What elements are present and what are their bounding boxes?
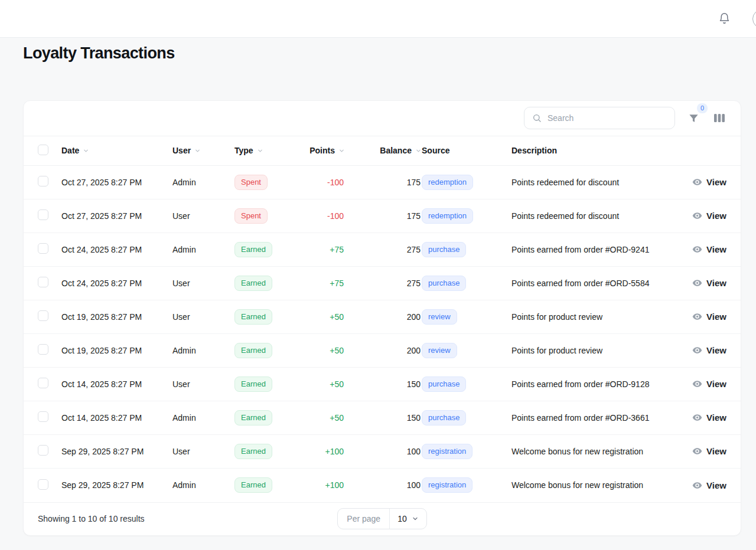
table-body: Oct 27, 2025 8:27 PM Admin Spent -100 17… [24, 166, 741, 502]
table-row: Oct 14, 2025 8:27 PM Admin Earned +50 15… [24, 401, 741, 435]
cell-points: +100 [307, 480, 345, 490]
per-page-label: Per page [338, 509, 390, 529]
sort-chevron-icon [83, 148, 89, 154]
view-button[interactable]: View [692, 278, 726, 288]
view-button[interactable]: View [692, 480, 726, 490]
cell-points: +50 [307, 379, 345, 389]
per-page-select[interactable]: Per page 10 [337, 508, 426, 529]
eye-icon [692, 446, 702, 456]
view-button[interactable]: View [692, 312, 726, 322]
row-checkbox[interactable] [38, 277, 48, 287]
avatar[interactable] [752, 9, 756, 28]
source-badge: purchase [422, 377, 466, 392]
view-button[interactable]: View [692, 345, 726, 355]
cell-description: Points earned from order #ORD-9241 [511, 245, 673, 254]
column-header-description: Description [511, 146, 673, 155]
source-badge: review [422, 343, 457, 358]
table-row: Oct 24, 2025 8:27 PM Admin Earned +75 27… [24, 233, 741, 267]
sort-chevron-icon [415, 148, 422, 154]
cell-points: +75 [307, 279, 345, 288]
table-row: Oct 19, 2025 8:27 PM User Earned +50 200… [24, 300, 741, 334]
type-badge: Spent [234, 175, 268, 190]
filter-button[interactable] [687, 112, 700, 125]
row-checkbox[interactable] [38, 243, 48, 254]
eye-icon [692, 177, 702, 187]
row-checkbox[interactable] [38, 176, 48, 186]
type-badge: Earned [234, 377, 272, 392]
cell-balance: 100 [345, 447, 422, 456]
cell-user: User [172, 312, 234, 322]
row-checkbox[interactable] [38, 209, 48, 220]
cell-balance: 150 [345, 413, 422, 423]
eye-icon [692, 413, 702, 423]
view-button[interactable]: View [692, 177, 726, 187]
type-badge: Earned [234, 242, 272, 257]
table-row: Oct 27, 2025 8:27 PM Admin Spent -100 17… [24, 166, 741, 199]
row-checkbox[interactable] [38, 445, 48, 456]
row-checkbox[interactable] [38, 479, 48, 490]
column-header-date[interactable]: Date [61, 146, 172, 155]
row-checkbox[interactable] [38, 378, 48, 388]
notifications-button[interactable] [715, 9, 734, 28]
source-badge: purchase [422, 410, 466, 425]
cell-points: +50 [307, 346, 345, 355]
view-button[interactable]: View [692, 379, 726, 389]
table-row: Oct 19, 2025 8:27 PM Admin Earned +50 20… [24, 334, 741, 368]
cell-points: +50 [307, 413, 345, 423]
view-button[interactable]: View [692, 446, 726, 456]
cell-points: -100 [307, 211, 345, 221]
column-header-points[interactable]: Points [307, 146, 345, 155]
select-all-checkbox[interactable] [38, 145, 48, 155]
table-row: Sep 29, 2025 8:27 PM Admin Earned +100 1… [24, 469, 741, 502]
table-row: Oct 27, 2025 8:27 PM User Spent -100 175… [24, 199, 741, 233]
view-button[interactable]: View [692, 413, 726, 423]
filter-count-badge: 0 [697, 103, 708, 113]
column-header-source: Source [422, 146, 511, 155]
table-toolbar: 0 [24, 101, 741, 136]
cell-description: Welcome bonus for new registration [511, 480, 673, 490]
source-badge: registration [422, 477, 472, 493]
row-checkbox[interactable] [38, 411, 48, 422]
cell-points: +75 [307, 245, 345, 254]
cell-description: Points earned from order #ORD-3661 [511, 413, 673, 423]
column-header-balance[interactable]: Balance [345, 146, 422, 155]
eye-icon [692, 278, 702, 288]
row-checkbox[interactable] [38, 344, 48, 355]
columns-button[interactable] [712, 112, 726, 125]
search-icon [532, 113, 542, 123]
source-badge: purchase [422, 276, 466, 291]
cell-description: Points redeemed for discount [511, 211, 673, 221]
table-row: Sep 29, 2025 8:27 PM User Earned +100 10… [24, 435, 741, 469]
search-box[interactable] [524, 107, 675, 129]
cell-date: Oct 27, 2025 8:27 PM [61, 211, 172, 221]
chevron-down-icon [412, 515, 419, 522]
cell-description: Points for product review [511, 312, 673, 322]
cell-balance: 200 [345, 346, 422, 355]
cell-description: Points redeemed for discount [511, 178, 673, 187]
cell-user: Admin [172, 245, 234, 254]
cell-user: User [172, 379, 234, 389]
table-footer: Showing 1 to 10 of 10 results Per page 1… [24, 502, 741, 535]
table-row: Oct 24, 2025 8:27 PM User Earned +75 275… [24, 267, 741, 300]
sort-chevron-icon [338, 148, 345, 154]
cell-date: Sep 29, 2025 8:27 PM [61, 480, 172, 490]
eye-icon [692, 211, 702, 221]
view-button[interactable]: View [692, 211, 726, 221]
view-button[interactable]: View [692, 244, 726, 254]
header-checkbox-cell [38, 145, 61, 157]
type-badge: Earned [234, 343, 272, 358]
column-header-type[interactable]: Type [234, 146, 307, 155]
columns-icon [713, 113, 725, 123]
type-badge: Earned [234, 444, 272, 459]
column-header-user[interactable]: User [172, 146, 234, 155]
row-checkbox[interactable] [38, 310, 48, 321]
topbar [0, 0, 756, 38]
cell-user: User [172, 447, 234, 456]
eye-icon [692, 312, 702, 322]
source-badge: redemption [422, 175, 473, 190]
results-summary: Showing 1 to 10 of 10 results [38, 514, 337, 523]
cell-balance: 275 [345, 279, 422, 288]
cell-user: Admin [172, 346, 234, 355]
cell-date: Oct 24, 2025 8:27 PM [61, 279, 172, 288]
search-input[interactable] [548, 113, 667, 123]
